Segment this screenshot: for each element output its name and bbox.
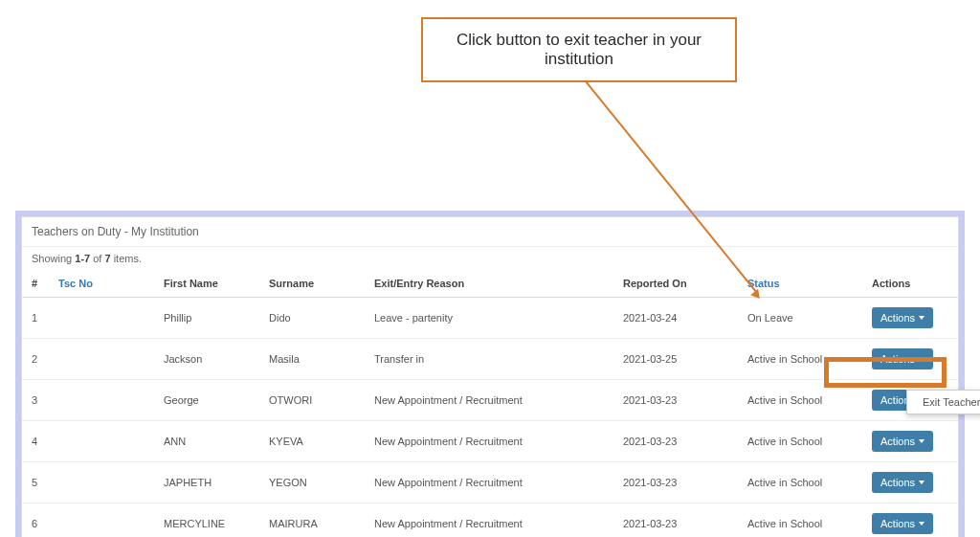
cell-surname: MAIRURA xyxy=(259,503,365,538)
summary-suffix: items. xyxy=(111,253,142,264)
cell-num: 6 xyxy=(22,503,49,538)
cell-reason: New Appointment / Recruitment xyxy=(365,421,613,462)
cell-tsc xyxy=(49,380,154,421)
cell-tsc xyxy=(49,298,154,339)
cell-reported: 2021-03-23 xyxy=(613,462,738,503)
cell-surname: Dido xyxy=(259,298,365,339)
cell-first-name: George xyxy=(154,380,259,421)
teachers-table: # Tsc No First Name Surname Exit/Entry R… xyxy=(22,270,958,537)
cell-num: 4 xyxy=(22,421,49,462)
annotation-callout: Click button to exit teacher in your ins… xyxy=(421,17,737,82)
teachers-panel: Teachers on Duty - My Institution Showin… xyxy=(21,216,959,537)
cell-reason: Leave - partenity xyxy=(365,298,613,339)
cell-reason: Transfer in xyxy=(365,339,613,380)
actions-button-label: Actions xyxy=(880,477,915,488)
cell-tsc xyxy=(49,503,154,538)
table-row: 4 ANN KYEVA New Appointment / Recruitmen… xyxy=(22,421,958,462)
cell-tsc xyxy=(49,339,154,380)
cell-reported: 2021-03-24 xyxy=(613,298,738,339)
panel-title: Teachers on Duty - My Institution xyxy=(22,217,958,247)
table-row: 5 JAPHETH YEGON New Appointment / Recrui… xyxy=(22,462,958,503)
exit-teacher-item[interactable]: Exit Teacher xyxy=(907,391,980,414)
cell-reported: 2021-03-23 xyxy=(613,503,738,538)
annotation-text: Click button to exit teacher in your ins… xyxy=(457,31,702,68)
col-reason[interactable]: Exit/Entry Reason xyxy=(365,270,613,298)
cell-surname: YEGON xyxy=(259,462,365,503)
cell-reported: 2021-03-25 xyxy=(613,339,738,380)
caret-down-icon xyxy=(919,439,924,443)
col-surname[interactable]: Surname xyxy=(259,270,365,298)
cell-first-name: ANN xyxy=(154,421,259,462)
col-actions: Actions xyxy=(862,270,958,298)
cell-status: Active in School xyxy=(738,421,862,462)
cell-num: 3 xyxy=(22,380,49,421)
content-frame: Teachers on Duty - My Institution Showin… xyxy=(15,211,965,537)
actions-button-label: Actions xyxy=(880,518,915,529)
actions-button-label: Actions xyxy=(880,353,915,365)
cell-first-name: JAPHETH xyxy=(154,462,259,503)
cell-surname: KYEVA xyxy=(259,421,365,462)
actions-button[interactable]: Actions xyxy=(872,348,933,369)
cell-num: 2 xyxy=(22,339,49,380)
cell-status: Active in School xyxy=(738,503,862,538)
cell-first-name: MERCYLINE xyxy=(154,503,259,538)
cell-surname: OTWORI xyxy=(259,380,365,421)
caret-down-icon xyxy=(919,316,924,320)
table-row: 3 George OTWORI New Appointment / Recrui… xyxy=(22,380,958,421)
cell-status: Active in School xyxy=(738,380,862,421)
cell-tsc xyxy=(49,462,154,503)
cell-first-name: Jackson xyxy=(154,339,259,380)
actions-button[interactable]: Actions xyxy=(872,431,933,452)
col-num[interactable]: # xyxy=(22,270,49,298)
caret-down-icon xyxy=(919,481,924,484)
summary-mid: of xyxy=(90,253,104,264)
cell-status: Active in School xyxy=(738,339,862,380)
cell-tsc xyxy=(49,421,154,462)
summary-prefix: Showing xyxy=(32,253,75,264)
table-row: 1 Phillip Dido Leave - partenity 2021-03… xyxy=(22,298,958,339)
cell-num: 1 xyxy=(22,298,49,339)
caret-down-icon xyxy=(919,522,924,526)
actions-button-label: Actions xyxy=(880,436,915,447)
cell-first-name: Phillip xyxy=(154,298,259,339)
summary-range: 1-7 xyxy=(75,253,90,264)
col-tsc[interactable]: Tsc No xyxy=(49,270,154,298)
cell-reason: New Appointment / Recruitment xyxy=(365,380,613,421)
cell-reported: 2021-03-23 xyxy=(613,421,738,462)
actions-button[interactable]: Actions xyxy=(872,307,933,328)
cell-reason: New Appointment / Recruitment xyxy=(365,462,613,503)
cell-num: 5 xyxy=(22,462,49,503)
cell-surname: Masila xyxy=(259,339,365,380)
caret-down-icon xyxy=(919,357,924,361)
col-first-name[interactable]: First Name xyxy=(154,270,259,298)
actions-button[interactable]: Actions xyxy=(872,472,933,493)
results-summary: Showing 1-7 of 7 items. xyxy=(22,247,958,270)
actions-button[interactable]: Actions xyxy=(872,513,933,534)
table-row: 6 MERCYLINE MAIRURA New Appointment / Re… xyxy=(22,503,958,538)
cell-status: On Leave xyxy=(738,298,862,339)
cell-reason: New Appointment / Recruitment xyxy=(365,503,613,538)
table-row: 2 Jackson Masila Transfer in 2021-03-25 … xyxy=(22,339,958,380)
cell-status: Active in School xyxy=(738,462,862,503)
cell-reported: 2021-03-23 xyxy=(613,380,738,421)
actions-button-label: Actions xyxy=(880,312,915,324)
actions-dropdown: Exit Teacher xyxy=(906,390,980,414)
col-reported[interactable]: Reported On xyxy=(613,270,738,298)
